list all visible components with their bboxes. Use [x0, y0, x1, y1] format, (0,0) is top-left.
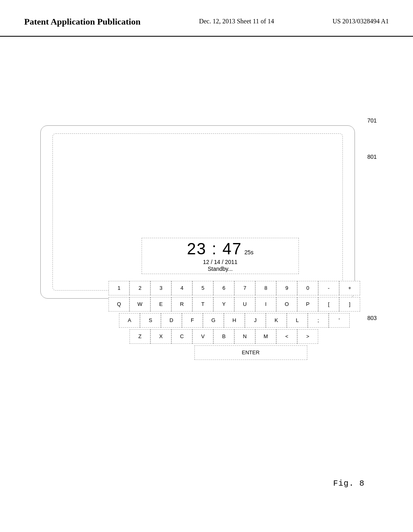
key-7[interactable]: 7 — [234, 281, 255, 295]
key-apostrophe[interactable]: ' — [329, 313, 350, 328]
time-value: 23 : 47 — [187, 240, 242, 258]
key-row-numbers: 1 2 3 4 5 6 7 8 9 0 - + — [108, 281, 393, 295]
key-s[interactable]: S — [140, 313, 161, 328]
key-e[interactable]: E — [150, 297, 171, 312]
key-rbracket[interactable]: ] — [339, 297, 360, 312]
key-h[interactable]: H — [224, 313, 245, 328]
key-u[interactable]: U — [234, 297, 255, 312]
key-d[interactable]: D — [161, 313, 182, 328]
key-row-zxcv: Z X C V B N M < > — [108, 329, 393, 344]
drawing-area: 701 801 802 803 23 : 47 25s 12 / 14 / 20… — [0, 37, 413, 520]
enter-row: ENTER — [108, 345, 393, 360]
key-4[interactable]: 4 — [171, 281, 192, 295]
figure-label: Fig. 8 — [333, 479, 365, 488]
publication-title: Patent Application Publication — [24, 16, 140, 28]
key-t[interactable]: T — [192, 297, 213, 312]
key-plus[interactable]: + — [339, 281, 360, 295]
key-greater[interactable]: > — [297, 329, 318, 344]
key-enter[interactable]: ENTER — [194, 345, 307, 360]
page-header: Patent Application Publication Dec. 12, … — [0, 0, 413, 37]
key-w[interactable]: W — [129, 297, 150, 312]
key-v[interactable]: V — [192, 329, 213, 344]
key-p[interactable]: P — [297, 297, 318, 312]
key-x[interactable]: X — [150, 329, 171, 344]
key-j[interactable]: J — [245, 313, 266, 328]
key-6[interactable]: 6 — [213, 281, 234, 295]
key-minus[interactable]: - — [318, 281, 339, 295]
key-l[interactable]: L — [287, 313, 308, 328]
key-lbracket[interactable]: [ — [318, 297, 339, 312]
key-9[interactable]: 9 — [276, 281, 297, 295]
key-n[interactable]: N — [234, 329, 255, 344]
key-r[interactable]: R — [171, 297, 192, 312]
key-a[interactable]: A — [119, 313, 140, 328]
keyboard: 1 2 3 4 5 6 7 8 9 0 - + Q W E R T Y — [108, 281, 393, 360]
key-o[interactable]: O — [276, 297, 297, 312]
patent-number: US 2013/0328494 A1 — [332, 16, 389, 25]
key-m[interactable]: M — [255, 329, 276, 344]
key-5[interactable]: 5 — [192, 281, 213, 295]
key-c[interactable]: C — [171, 329, 192, 344]
device-screen: 23 : 47 25s 12 / 14 / 2011 Standby... 1 … — [52, 133, 343, 291]
key-less[interactable]: < — [276, 329, 297, 344]
key-row-asdf: A S D F G H J K L ; ' — [108, 313, 393, 328]
key-1[interactable]: 1 — [108, 281, 129, 295]
status-value: Standby... — [208, 266, 233, 272]
seconds-value: 25s — [244, 249, 254, 256]
key-8[interactable]: 8 — [255, 281, 276, 295]
date-value: 12 / 14 / 2011 — [203, 259, 238, 265]
key-b[interactable]: B — [213, 329, 234, 344]
time-row: 23 : 47 25s — [187, 240, 254, 258]
key-i[interactable]: I — [255, 297, 276, 312]
key-row-qwerty: Q W E R T Y U I O P [ ] — [108, 297, 393, 312]
key-semicolon[interactable]: ; — [308, 313, 329, 328]
key-q[interactable]: Q — [108, 297, 129, 312]
key-2[interactable]: 2 — [129, 281, 150, 295]
key-z[interactable]: Z — [129, 329, 150, 344]
publication-info: Dec. 12, 2013 Sheet 11 of 14 — [199, 16, 274, 25]
key-y[interactable]: Y — [213, 297, 234, 312]
key-3[interactable]: 3 — [150, 281, 171, 295]
key-0[interactable]: 0 — [297, 281, 318, 295]
key-f[interactable]: F — [182, 313, 203, 328]
display-panel: 23 : 47 25s 12 / 14 / 2011 Standby... — [142, 238, 299, 274]
key-g[interactable]: G — [203, 313, 224, 328]
key-k[interactable]: K — [266, 313, 287, 328]
